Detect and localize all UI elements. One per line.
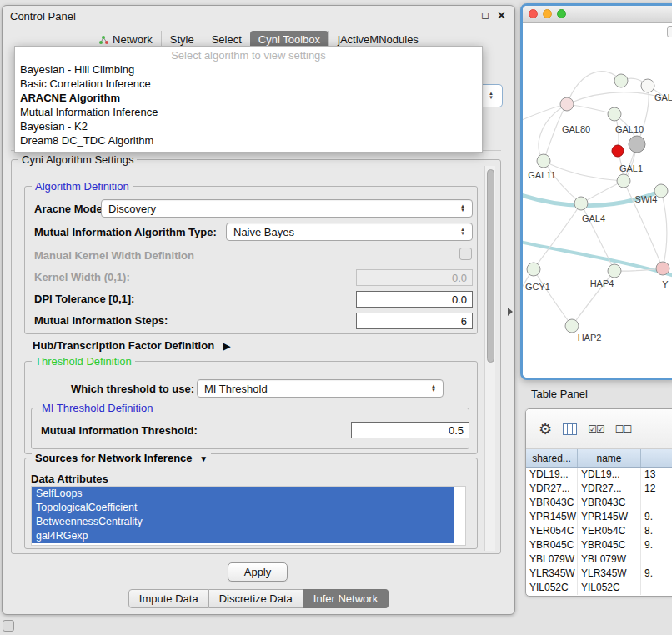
table-row[interactable]: YDR27... YDR27... 12 — [526, 482, 672, 496]
manual-kernel-checkbox[interactable] — [459, 248, 472, 260]
settings-scrollbar[interactable] — [484, 166, 495, 551]
zoom-button[interactable] — [557, 9, 566, 18]
mi-type-select[interactable]: Naive Bayes ▲▼ — [226, 222, 473, 241]
aracne-mode-select[interactable]: Discovery ▲▼ — [101, 199, 473, 218]
field-value: 0.0 — [452, 272, 467, 284]
dropdown-option-selected[interactable]: ARACNE Algorithm — [15, 91, 482, 105]
list-item[interactable]: SelfLoops — [32, 487, 454, 501]
column-header[interactable]: name — [578, 449, 641, 467]
table-panel-title: Table Panel — [531, 388, 588, 400]
mi-steps-field[interactable]: 6 — [356, 312, 473, 329]
table-row[interactable]: YBL079W YBL079W — [526, 552, 672, 567]
node[interactable] — [641, 79, 654, 92]
node-label: GAL1 — [619, 163, 643, 173]
dropdown-option[interactable]: Bayesian - K2 — [15, 119, 482, 133]
group-title: MI Threshold Definition — [38, 402, 156, 414]
deselect-all-columns-icon[interactable]: ☐☐ — [615, 424, 632, 434]
table-panel-window: ⚙ ☑☑ ☐☐ shared... name YDL19... YDL19...… — [525, 408, 672, 597]
node[interactable] — [527, 262, 540, 276]
node[interactable] — [608, 264, 621, 278]
algorithm-dropdown-popup: Select algorithm to view settings Bayesi… — [14, 46, 483, 152]
network-window-titlebar[interactable] — [523, 6, 672, 22]
mi-threshold-field[interactable]: 0.5 — [351, 422, 469, 438]
cell: YDL19... — [526, 468, 578, 482]
table-row[interactable]: YPR145W YPR145W 9. — [526, 510, 672, 524]
tab-label: Style — [170, 33, 194, 46]
dpi-tolerance-field[interactable]: 0.0 — [356, 291, 473, 308]
cell: 9. — [641, 567, 672, 581]
dropdown-option[interactable]: Basic Correlation Inference — [15, 77, 482, 91]
restore-panel-icon[interactable] — [3, 620, 14, 632]
node-label: GAL4 — [582, 213, 605, 223]
node[interactable] — [656, 262, 669, 275]
node-highlighted-gray[interactable] — [629, 136, 645, 152]
birdseye-toggle-button[interactable] — [667, 26, 672, 38]
dropdown-option[interactable]: Mutual Information Inference — [15, 105, 482, 119]
node[interactable] — [574, 197, 588, 210]
field-value: 0.0 — [452, 293, 467, 306]
hub-section-toggle[interactable]: Hub/Transcription Factor Definition ▶ — [33, 339, 230, 352]
algorithm-combobox-fragment[interactable]: ▲▼ — [483, 84, 503, 108]
node[interactable] — [565, 319, 579, 332]
list-item[interactable]: TopologicalCoefficient — [32, 501, 454, 515]
list-item[interactable]: BetweennessCentrality — [32, 515, 454, 529]
node[interactable] — [614, 74, 628, 88]
table-row[interactable]: YER054C YER054C 8. — [526, 524, 672, 538]
network-graph: GAL80 GAL10 GAL11 GAL1 SWI4 GAL4 GCY1 HA… — [523, 22, 672, 378]
cell: 13 — [641, 468, 672, 482]
panel-title: Control Panel — [10, 10, 76, 22]
network-view-window: GAL80 GAL10 GAL11 GAL1 SWI4 GAL4 GCY1 HA… — [520, 3, 672, 380]
node-label: GAL11 — [528, 170, 555, 180]
list-item[interactable]: gal4RGexp — [32, 529, 454, 543]
aracne-mode-label: Aracne Mode: — [34, 202, 106, 215]
column-header[interactable] — [641, 449, 672, 467]
cell — [641, 552, 672, 567]
bottom-tabbar: Impute Data Discretize Data Infer Networ… — [3, 589, 514, 608]
close-button[interactable] — [529, 9, 538, 18]
dropdown-option[interactable]: Bayesian - Hill Climbing — [15, 62, 482, 77]
node[interactable] — [617, 174, 630, 188]
group-title: Cyni Algorithm Settings — [18, 153, 137, 166]
group-title: Threshold Definition — [32, 355, 135, 368]
node[interactable] — [537, 154, 550, 168]
tab-infer-network[interactable]: Infer Network — [303, 589, 389, 608]
desktop: Control Panel ◻ ✕ Network Style Select C… — [0, 0, 672, 635]
splitter-handle-icon[interactable] — [508, 308, 513, 316]
which-threshold-select[interactable]: MI Threshold ▲▼ — [197, 379, 444, 398]
expanded-arrow-icon: ▼ — [199, 454, 208, 463]
manual-kernel-label: Manual Kernel Width Definition — [34, 249, 194, 262]
table-row[interactable]: YDL19... YDL19... 13 — [526, 468, 672, 482]
data-attributes-list[interactable]: SelfLoops TopologicalCoefficient Between… — [31, 486, 466, 546]
columns-icon[interactable] — [563, 423, 577, 435]
tab-impute-data[interactable]: Impute Data — [128, 589, 209, 608]
node[interactable] — [560, 98, 574, 111]
table-row[interactable]: YBR043C YBR043C — [526, 496, 672, 510]
group-title: Algorithm Definition — [32, 180, 133, 192]
kernel-width-field: 0.0 — [356, 269, 473, 286]
table-row[interactable]: YLR345W YLR345W 9. — [526, 567, 672, 581]
cell: YBR045C — [526, 538, 578, 552]
cell: YBR043C — [578, 496, 641, 510]
node-label: GCY1 — [525, 282, 550, 292]
dropdown-option[interactable]: Dream8 DC_TDC Algorithm — [15, 133, 482, 148]
table-row[interactable]: YIL052C YIL052C — [526, 581, 672, 595]
apply-button[interactable]: Apply — [228, 562, 288, 582]
node-selected-red[interactable] — [612, 145, 624, 157]
cell: 9. — [641, 538, 672, 552]
scrollbar-thumb[interactable] — [487, 169, 494, 362]
select-all-columns-icon[interactable]: ☑☑ — [588, 424, 604, 434]
minimize-button[interactable] — [543, 9, 552, 18]
network-canvas[interactable]: GAL80 GAL10 GAL11 GAL1 SWI4 GAL4 GCY1 HA… — [523, 22, 672, 378]
selected-value: Naive Bayes — [233, 226, 456, 238]
close-icon[interactable]: ✕ — [497, 9, 506, 22]
node[interactable] — [608, 108, 621, 121]
dropdown-placeholder: Select algorithm to view settings — [15, 48, 482, 62]
sources-group-toggle[interactable]: Sources for Network Inference ▼ — [32, 452, 211, 464]
node-label: GAL80 — [562, 124, 590, 134]
cell: YDR27... — [526, 482, 578, 496]
float-window-icon[interactable]: ◻ — [481, 9, 489, 21]
tab-discretize-data[interactable]: Discretize Data — [209, 589, 303, 608]
table-row[interactable]: YBR045C YBR045C 9. — [526, 538, 672, 552]
gear-icon[interactable]: ⚙ — [539, 422, 552, 437]
column-header[interactable]: shared... — [526, 449, 578, 467]
